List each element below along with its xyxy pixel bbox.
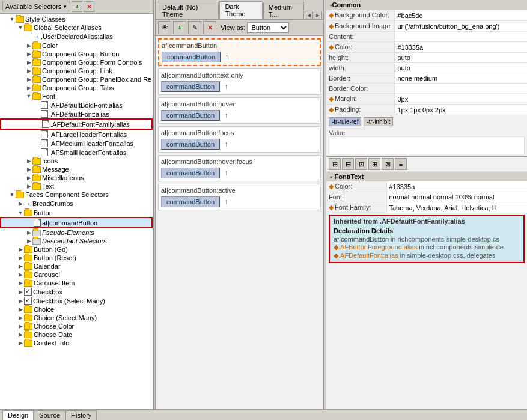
tree-item-checkbox[interactable]: ▶ Checkbox [0,287,153,296]
tree-item-button[interactable]: ▼ Button [0,208,153,217]
prop-value-color[interactable]: #13335a [395,42,527,53]
add-selector-button[interactable]: + [72,1,82,12]
tab-next-button[interactable]: ► [314,11,322,19]
button-preview-1[interactable]: commandButton [161,81,220,92]
tree-item-comp-form[interactable]: ▶ Component Group: Form Controls [0,58,153,67]
tree-item-message[interactable]: ▶ Message [0,165,153,174]
tree-item-calendar[interactable]: ▶ Calendar [0,262,153,270]
prop-value-bg-color[interactable]: #bac5dc [395,10,527,21]
prop-value-bg-image[interactable]: url('/afr/fusion/button_bg_ena.png') [395,21,527,32]
bottom-tab-history[interactable]: History [65,410,97,420]
value-area[interactable] [329,136,525,154]
tab-prev-button[interactable]: ◄ [305,11,313,19]
expand-icon: ▶ [25,237,32,245]
prop-value-content[interactable] [395,32,527,42]
tree-item-choice-many[interactable]: ▶ Choice (Select Many) [0,314,153,322]
tree-item-breadcrumbs[interactable]: ▶ → BreadCrumbs [0,199,153,208]
tree-item-user-declared[interactable]: → .UserDeclaredAlias:alias [0,32,153,41]
button-preview-4[interactable]: commandButton [161,168,220,178]
icon-btn-3[interactable]: ⊡ [355,158,367,170]
tree-item-af-command-button[interactable]: af|commandButton [0,217,153,228]
bottom-tab-design[interactable]: Design [2,410,34,420]
expand-icon: ▶ [17,306,24,313]
selector-preview-1: commandButton [161,81,318,92]
tree-item-descendant[interactable]: ▶ Descendant Selectors [0,237,153,245]
prop-name-width: width: [326,63,395,73]
tab-medium-theme[interactable]: Medium T... [263,2,304,19]
view-as-select[interactable]: Button [247,22,289,33]
selector-tree[interactable]: ▼ Style Classes ▼ Global Selector Aliase… [0,14,153,409]
selector-box-2[interactable]: af|commandButton:hover commandButton [158,97,321,124]
delete-middle-button[interactable]: ✕ [203,21,216,34]
font-prop-value-color[interactable]: #13335a [386,181,527,192]
bottom-tab-source[interactable]: Source [34,410,65,420]
icon-btn-5[interactable]: ⊠ [382,158,394,170]
font-prop-value-font[interactable]: normal normal normal 100% normal [386,192,527,202]
tree-item-small-header[interactable]: .AFSmallHeaderFont:alias [0,148,153,157]
tab-default-theme[interactable]: Default (No) Theme [157,2,219,19]
tree-item-large-header[interactable]: .AFLargeHeaderFont:alias [0,130,153,139]
prop-value-border-color[interactable] [395,84,527,94]
tree-item-comp-panel[interactable]: ▶ Component Group: PanelBox and Re [0,75,153,84]
tree-item-carousel[interactable]: ▶ Carousel [0,270,153,279]
tree-item-bold-font[interactable]: .AFDefaultBoldFont:alias [0,100,153,109]
tree-item-medium-header[interactable]: .AFMediumHeaderFont:alias [0,139,153,148]
tree-item-global-aliases[interactable]: ▼ Global Selector Aliases [0,23,153,32]
tree-item-style-classes[interactable]: ▼ Style Classes [0,15,153,23]
delete-selector-button[interactable]: ✕ [84,1,94,12]
tree-item-text[interactable]: ▶ Text [0,182,153,190]
tree-item-choose-date[interactable]: ▶ Choose Date [0,330,153,339]
tree-item-pseudo-elements[interactable]: ▶ Pseudo-Elements [0,228,153,237]
tree-item-choose-color[interactable]: ▶ Choose Color [0,322,153,330]
tree-item-icons[interactable]: ▶ Icons [0,157,153,165]
prop-value-border[interactable]: none medium [395,73,527,84]
tree-item-comp-tabs[interactable]: ▶ Component Group: Tabs [0,84,153,92]
button-preview-3[interactable]: commandButton [161,139,220,150]
tree-item-checkbox-many[interactable]: ▶ Checkbox (Select Many) [0,296,153,305]
source-ref-1: in richcomponents-simple-de [419,243,504,251]
button-preview-2[interactable]: commandButton [161,110,220,121]
tree-item-carousel-item[interactable]: ▶ Carousel Item [0,279,153,287]
selector-box-4[interactable]: af|commandButton:hover:focus commandButt… [158,155,321,181]
tree-item-choice[interactable]: ▶ Choice [0,305,153,314]
tag-tr-inhibit[interactable]: -tr-inhibit [364,117,393,126]
icon-btn-1[interactable]: ⊞ [329,158,341,170]
font-prop-row-font: Font: normal normal normal 100% normal [326,192,527,202]
icon-btn-2[interactable]: ⊟ [342,158,354,170]
tree-item-faces[interactable]: ▼ Faces Component Selectors [0,190,153,199]
selector-box-3[interactable]: af|commandButton:focus commandButton [158,126,321,153]
selector-box-1[interactable]: af|commandButton:text-only commandButton [158,68,321,95]
font-text-toggle-icon[interactable]: ▪ [330,174,332,180]
prop-value-padding[interactable]: 1px 1px 0px 2px [395,105,527,115]
tree-item-font-family[interactable]: .AFDefaultFontFamily:alias [0,118,153,130]
expand-icon: ▶ [17,288,24,296]
prop-value-height[interactable]: auto [395,53,527,63]
tree-item-context-info[interactable]: ▶ Context Info [0,339,153,347]
tab-dark-theme[interactable]: Dark Theme [219,1,262,19]
button-preview-5[interactable]: commandButton [161,196,220,207]
icon-btn-4[interactable]: ⊞ [368,158,380,170]
add-middle-button[interactable]: + [173,21,186,34]
edit-middle-button[interactable]: ✎ [188,21,201,34]
tree-item-color[interactable]: ▶ Color [0,41,153,50]
tree-item-default-font[interactable]: .AFDefaultFont:alias [0,109,153,118]
tab-default-label: Default (No) Theme [162,4,198,18]
tree-item-misc[interactable]: ▶ Miscellaneous [0,174,153,182]
tree-item-button-go[interactable]: ▶ Button (Go) [0,245,153,254]
tree-item-comp-button[interactable]: ▶ Component Group: Button [0,50,153,58]
tree-item-comp-link[interactable]: ▶ Component Group: Link [0,67,153,75]
prop-name-padding: ◆Padding: [326,105,395,115]
declaration-detail-0: af|commandButton in richcomponents-simpl… [334,236,520,243]
font-prop-value-family[interactable]: Tahoma, Verdana, Arial, Helvetica, H [386,202,527,213]
button-preview-0[interactable]: commandButton [162,52,221,62]
tree-item-button-reset[interactable]: ▶ Button (Reset) [0,254,153,262]
preview-button[interactable]: 👁 [158,21,171,34]
selector-box-0[interactable]: af|commandButton commandButton [158,38,321,66]
available-selectors-dropdown[interactable]: Available Selectors ▼ [2,2,70,11]
tag-tr-rule-ref[interactable]: -tr-rule-ref [329,117,361,126]
icon-btn-6[interactable]: ≡ [395,158,407,170]
tree-item-font[interactable]: ▼ Font [0,92,153,100]
prop-value-margin[interactable]: 0px [395,94,527,105]
prop-value-width[interactable]: auto [395,63,527,73]
selector-box-5[interactable]: af|commandButton:active commandButton [158,184,321,210]
